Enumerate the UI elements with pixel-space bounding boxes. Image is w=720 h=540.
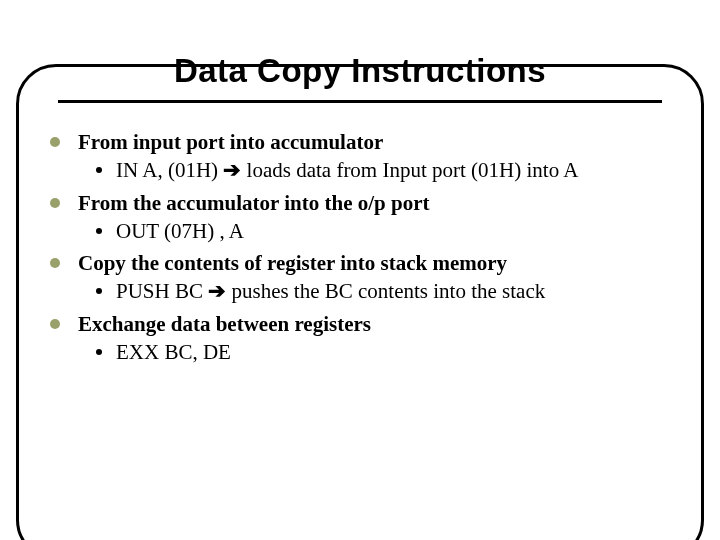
slide-frame bbox=[16, 64, 704, 540]
slide: Data Copy Instructions From input port i… bbox=[0, 52, 720, 540]
